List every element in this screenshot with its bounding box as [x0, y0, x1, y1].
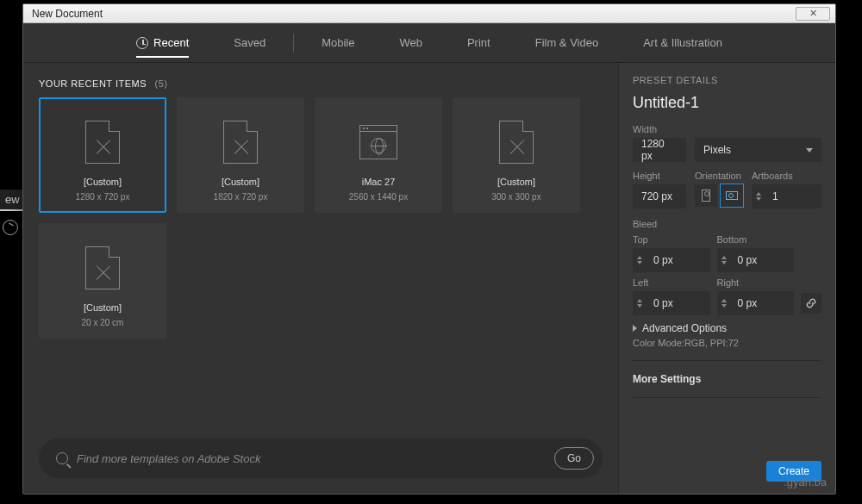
chevron-right-icon: [633, 325, 637, 332]
preset-title: iMac 27: [362, 177, 396, 187]
preset-title: [Custom]: [222, 177, 259, 187]
tab-print[interactable]: Print: [445, 23, 513, 63]
preset-card[interactable]: iMac 27 2560 x 1440 px: [315, 97, 442, 213]
units-select[interactable]: Pixels: [695, 138, 821, 162]
custom-doc-icon: [499, 121, 534, 164]
preset-grid: [Custom] 1280 x 720 px [Custom] 1820 x 7…: [39, 97, 603, 339]
bleed-top-label: Top: [633, 234, 710, 245]
search-go-button[interactable]: Go: [554, 447, 594, 470]
bleed-bottom-value: 0 px: [731, 254, 765, 266]
divider: [633, 397, 821, 398]
preset-details-title: PRESET DETAILS: [633, 75, 821, 85]
bleed-bottom-label: Bottom: [717, 234, 795, 245]
preset-size: 300 x 300 px: [491, 192, 540, 202]
height-input[interactable]: 720 px: [633, 184, 686, 208]
preset-title: [Custom]: [84, 177, 122, 187]
tab-label: Art & Illustration: [643, 36, 722, 49]
titlebar: New Document ✕: [23, 4, 835, 23]
presets-panel: YOUR RECENT ITEMS (5) [Custom] 1280 x 72…: [23, 63, 618, 494]
tab-separator: [293, 34, 294, 53]
custom-doc-icon: [223, 121, 258, 164]
orientation-landscape-button[interactable]: [721, 184, 743, 207]
tab-film-video[interactable]: Film & Video: [513, 23, 621, 63]
window-title: New Document: [32, 8, 103, 20]
tab-web[interactable]: Web: [377, 23, 445, 63]
custom-doc-icon: [85, 121, 120, 164]
category-tabs: Recent Saved Mobile Web Print Film & Vid…: [23, 23, 835, 63]
preset-title: [Custom]: [497, 177, 535, 187]
clock-icon: [136, 37, 148, 49]
preset-size: 1280 x 720 px: [76, 192, 130, 202]
width-input[interactable]: 1280 px: [633, 138, 686, 162]
bleed-bottom-input[interactable]: 0 px: [717, 248, 795, 272]
tab-saved[interactable]: Saved: [211, 23, 288, 63]
landscape-icon: [726, 191, 738, 200]
background-tool-icon: [3, 220, 18, 235]
preset-card[interactable]: [Custom] 1280 x 720 px: [39, 97, 166, 213]
more-settings-button[interactable]: More Settings: [633, 373, 821, 385]
preset-title: [Custom]: [84, 302, 122, 313]
tab-label: Mobile: [322, 36, 354, 49]
new-document-dialog: New Document ✕ Recent Saved Mobile Web P…: [22, 3, 836, 495]
advanced-options-toggle[interactable]: Advanced Options: [633, 322, 821, 334]
preset-details-panel: PRESET DETAILS Untitled-1 Width 1280 px …: [618, 63, 835, 494]
recent-count: (5): [155, 78, 168, 89]
orientation-portrait-button[interactable]: [695, 184, 717, 207]
tab-label: Print: [467, 36, 490, 49]
bleed-left-value: 0 px: [646, 297, 680, 309]
advanced-label: Advanced Options: [642, 322, 727, 334]
preset-card[interactable]: [Custom] 300 x 300 px: [453, 97, 580, 213]
search-placeholder: Find more templates on Adobe Stock: [77, 452, 546, 465]
orientation-label: Orientation: [695, 171, 743, 181]
bleed-right-value: 0 px: [731, 297, 765, 309]
portrait-icon: [702, 190, 710, 202]
tab-label: Saved: [234, 36, 265, 49]
bleed-right-label: Right: [717, 277, 795, 288]
background-label: ew: [0, 190, 25, 211]
units-value: Pixels: [703, 144, 731, 156]
link-icon: [805, 297, 817, 309]
bleed-label: Bleed: [633, 219, 821, 229]
web-preset-icon: [359, 125, 397, 159]
artboards-value: 1: [765, 190, 785, 202]
width-label: Width: [633, 124, 821, 134]
artboards-label: Artboards: [752, 171, 821, 181]
bleed-left-input[interactable]: 0 px: [633, 291, 710, 315]
tab-label: Recent: [153, 36, 189, 49]
preset-card[interactable]: [Custom] 20 x 20 cm: [39, 223, 166, 339]
tab-recent[interactable]: Recent: [114, 23, 211, 63]
bleed-top-input[interactable]: 0 px: [633, 248, 710, 272]
window-close-button[interactable]: ✕: [796, 7, 830, 21]
tab-art-illustration[interactable]: Art & Illustration: [621, 23, 745, 63]
divider: [633, 360, 821, 361]
template-search[interactable]: Find more templates on Adobe Stock Go: [39, 439, 603, 478]
preset-size: 20 x 20 cm: [82, 318, 124, 327]
tab-mobile[interactable]: Mobile: [299, 23, 377, 63]
color-mode-summary: Color Mode:RGB, PPI:72: [633, 338, 821, 348]
search-icon: [56, 452, 68, 464]
height-label: Height: [633, 171, 686, 181]
bleed-top-value: 0 px: [646, 254, 680, 266]
preset-size: 1820 x 720 px: [214, 192, 268, 202]
link-bleed-button[interactable]: [801, 293, 821, 314]
custom-doc-icon: [85, 246, 120, 289]
stepper-arrows-icon[interactable]: [752, 192, 765, 201]
preset-card[interactable]: [Custom] 1820 x 720 px: [177, 97, 304, 213]
artboards-stepper[interactable]: 1: [752, 184, 821, 208]
tab-label: Film & Video: [535, 36, 598, 49]
preset-size: 2560 x 1440 px: [349, 192, 408, 202]
chevron-down-icon: [806, 148, 813, 152]
bleed-right-input[interactable]: 0 px: [717, 291, 795, 315]
recent-heading-text: YOUR RECENT ITEMS: [39, 78, 147, 89]
tab-label: Web: [399, 36, 422, 49]
close-icon: ✕: [809, 8, 817, 19]
recent-heading: YOUR RECENT ITEMS (5): [39, 78, 603, 89]
document-name-input[interactable]: Untitled-1: [633, 94, 821, 112]
create-button[interactable]: Create: [766, 461, 821, 482]
bleed-left-label: Left: [633, 277, 710, 288]
